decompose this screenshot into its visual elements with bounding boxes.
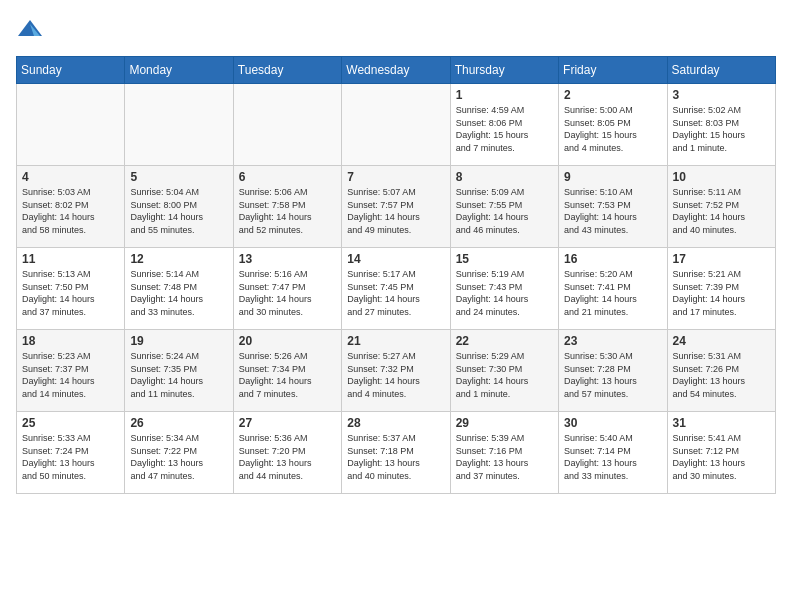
day-number: 7 bbox=[347, 170, 444, 184]
day-number: 30 bbox=[564, 416, 661, 430]
day-info: Sunrise: 5:31 AM Sunset: 7:26 PM Dayligh… bbox=[673, 350, 770, 400]
calendar-cell: 29Sunrise: 5:39 AM Sunset: 7:16 PM Dayli… bbox=[450, 412, 558, 494]
day-number: 11 bbox=[22, 252, 119, 266]
day-number: 24 bbox=[673, 334, 770, 348]
weekday-header-saturday: Saturday bbox=[667, 57, 775, 84]
day-number: 29 bbox=[456, 416, 553, 430]
day-info: Sunrise: 5:21 AM Sunset: 7:39 PM Dayligh… bbox=[673, 268, 770, 318]
calendar-cell: 14Sunrise: 5:17 AM Sunset: 7:45 PM Dayli… bbox=[342, 248, 450, 330]
weekday-header-friday: Friday bbox=[559, 57, 667, 84]
day-number: 1 bbox=[456, 88, 553, 102]
calendar-cell: 21Sunrise: 5:27 AM Sunset: 7:32 PM Dayli… bbox=[342, 330, 450, 412]
weekday-header-monday: Monday bbox=[125, 57, 233, 84]
day-number: 16 bbox=[564, 252, 661, 266]
calendar-cell: 19Sunrise: 5:24 AM Sunset: 7:35 PM Dayli… bbox=[125, 330, 233, 412]
weekday-header-thursday: Thursday bbox=[450, 57, 558, 84]
day-info: Sunrise: 5:11 AM Sunset: 7:52 PM Dayligh… bbox=[673, 186, 770, 236]
day-info: Sunrise: 5:23 AM Sunset: 7:37 PM Dayligh… bbox=[22, 350, 119, 400]
calendar-cell: 5Sunrise: 5:04 AM Sunset: 8:00 PM Daylig… bbox=[125, 166, 233, 248]
day-number: 22 bbox=[456, 334, 553, 348]
day-info: Sunrise: 5:29 AM Sunset: 7:30 PM Dayligh… bbox=[456, 350, 553, 400]
calendar-cell: 7Sunrise: 5:07 AM Sunset: 7:57 PM Daylig… bbox=[342, 166, 450, 248]
day-number: 27 bbox=[239, 416, 336, 430]
day-info: Sunrise: 5:41 AM Sunset: 7:12 PM Dayligh… bbox=[673, 432, 770, 482]
day-info: Sunrise: 5:10 AM Sunset: 7:53 PM Dayligh… bbox=[564, 186, 661, 236]
calendar-cell: 13Sunrise: 5:16 AM Sunset: 7:47 PM Dayli… bbox=[233, 248, 341, 330]
day-number: 25 bbox=[22, 416, 119, 430]
day-number: 10 bbox=[673, 170, 770, 184]
day-number: 3 bbox=[673, 88, 770, 102]
calendar-cell: 18Sunrise: 5:23 AM Sunset: 7:37 PM Dayli… bbox=[17, 330, 125, 412]
day-number: 23 bbox=[564, 334, 661, 348]
day-info: Sunrise: 5:20 AM Sunset: 7:41 PM Dayligh… bbox=[564, 268, 661, 318]
day-info: Sunrise: 5:27 AM Sunset: 7:32 PM Dayligh… bbox=[347, 350, 444, 400]
calendar-cell: 4Sunrise: 5:03 AM Sunset: 8:02 PM Daylig… bbox=[17, 166, 125, 248]
day-info: Sunrise: 5:07 AM Sunset: 7:57 PM Dayligh… bbox=[347, 186, 444, 236]
day-info: Sunrise: 5:36 AM Sunset: 7:20 PM Dayligh… bbox=[239, 432, 336, 482]
day-info: Sunrise: 5:39 AM Sunset: 7:16 PM Dayligh… bbox=[456, 432, 553, 482]
day-info: Sunrise: 5:13 AM Sunset: 7:50 PM Dayligh… bbox=[22, 268, 119, 318]
day-number: 6 bbox=[239, 170, 336, 184]
day-info: Sunrise: 5:06 AM Sunset: 7:58 PM Dayligh… bbox=[239, 186, 336, 236]
calendar-week-row: 11Sunrise: 5:13 AM Sunset: 7:50 PM Dayli… bbox=[17, 248, 776, 330]
day-number: 19 bbox=[130, 334, 227, 348]
logo-icon bbox=[16, 16, 44, 44]
day-number: 26 bbox=[130, 416, 227, 430]
day-info: Sunrise: 4:59 AM Sunset: 8:06 PM Dayligh… bbox=[456, 104, 553, 154]
calendar-cell: 30Sunrise: 5:40 AM Sunset: 7:14 PM Dayli… bbox=[559, 412, 667, 494]
day-number: 14 bbox=[347, 252, 444, 266]
calendar-cell bbox=[125, 84, 233, 166]
calendar-cell: 12Sunrise: 5:14 AM Sunset: 7:48 PM Dayli… bbox=[125, 248, 233, 330]
calendar-header-row: SundayMondayTuesdayWednesdayThursdayFrid… bbox=[17, 57, 776, 84]
day-number: 5 bbox=[130, 170, 227, 184]
calendar-cell: 28Sunrise: 5:37 AM Sunset: 7:18 PM Dayli… bbox=[342, 412, 450, 494]
calendar-cell: 24Sunrise: 5:31 AM Sunset: 7:26 PM Dayli… bbox=[667, 330, 775, 412]
calendar-cell: 3Sunrise: 5:02 AM Sunset: 8:03 PM Daylig… bbox=[667, 84, 775, 166]
day-info: Sunrise: 5:40 AM Sunset: 7:14 PM Dayligh… bbox=[564, 432, 661, 482]
day-info: Sunrise: 5:37 AM Sunset: 7:18 PM Dayligh… bbox=[347, 432, 444, 482]
calendar-cell: 1Sunrise: 4:59 AM Sunset: 8:06 PM Daylig… bbox=[450, 84, 558, 166]
day-info: Sunrise: 5:30 AM Sunset: 7:28 PM Dayligh… bbox=[564, 350, 661, 400]
calendar-cell: 8Sunrise: 5:09 AM Sunset: 7:55 PM Daylig… bbox=[450, 166, 558, 248]
calendar-body: 1Sunrise: 4:59 AM Sunset: 8:06 PM Daylig… bbox=[17, 84, 776, 494]
day-info: Sunrise: 5:09 AM Sunset: 7:55 PM Dayligh… bbox=[456, 186, 553, 236]
calendar-cell: 25Sunrise: 5:33 AM Sunset: 7:24 PM Dayli… bbox=[17, 412, 125, 494]
day-info: Sunrise: 5:24 AM Sunset: 7:35 PM Dayligh… bbox=[130, 350, 227, 400]
calendar-week-row: 25Sunrise: 5:33 AM Sunset: 7:24 PM Dayli… bbox=[17, 412, 776, 494]
calendar-cell: 10Sunrise: 5:11 AM Sunset: 7:52 PM Dayli… bbox=[667, 166, 775, 248]
calendar-cell: 9Sunrise: 5:10 AM Sunset: 7:53 PM Daylig… bbox=[559, 166, 667, 248]
day-info: Sunrise: 5:02 AM Sunset: 8:03 PM Dayligh… bbox=[673, 104, 770, 154]
calendar-cell: 20Sunrise: 5:26 AM Sunset: 7:34 PM Dayli… bbox=[233, 330, 341, 412]
weekday-header-sunday: Sunday bbox=[17, 57, 125, 84]
calendar-cell: 26Sunrise: 5:34 AM Sunset: 7:22 PM Dayli… bbox=[125, 412, 233, 494]
calendar-cell bbox=[342, 84, 450, 166]
logo bbox=[16, 16, 48, 44]
day-number: 31 bbox=[673, 416, 770, 430]
calendar-cell: 27Sunrise: 5:36 AM Sunset: 7:20 PM Dayli… bbox=[233, 412, 341, 494]
weekday-header-wednesday: Wednesday bbox=[342, 57, 450, 84]
day-number: 15 bbox=[456, 252, 553, 266]
calendar-cell: 2Sunrise: 5:00 AM Sunset: 8:05 PM Daylig… bbox=[559, 84, 667, 166]
day-number: 8 bbox=[456, 170, 553, 184]
day-number: 18 bbox=[22, 334, 119, 348]
calendar-cell bbox=[233, 84, 341, 166]
day-info: Sunrise: 5:04 AM Sunset: 8:00 PM Dayligh… bbox=[130, 186, 227, 236]
calendar-cell: 23Sunrise: 5:30 AM Sunset: 7:28 PM Dayli… bbox=[559, 330, 667, 412]
calendar-cell: 22Sunrise: 5:29 AM Sunset: 7:30 PM Dayli… bbox=[450, 330, 558, 412]
day-info: Sunrise: 5:34 AM Sunset: 7:22 PM Dayligh… bbox=[130, 432, 227, 482]
day-number: 12 bbox=[130, 252, 227, 266]
day-info: Sunrise: 5:26 AM Sunset: 7:34 PM Dayligh… bbox=[239, 350, 336, 400]
calendar-cell: 15Sunrise: 5:19 AM Sunset: 7:43 PM Dayli… bbox=[450, 248, 558, 330]
day-info: Sunrise: 5:17 AM Sunset: 7:45 PM Dayligh… bbox=[347, 268, 444, 318]
calendar-cell: 16Sunrise: 5:20 AM Sunset: 7:41 PM Dayli… bbox=[559, 248, 667, 330]
day-info: Sunrise: 5:33 AM Sunset: 7:24 PM Dayligh… bbox=[22, 432, 119, 482]
day-info: Sunrise: 5:03 AM Sunset: 8:02 PM Dayligh… bbox=[22, 186, 119, 236]
day-number: 9 bbox=[564, 170, 661, 184]
day-info: Sunrise: 5:16 AM Sunset: 7:47 PM Dayligh… bbox=[239, 268, 336, 318]
svg-marker-0 bbox=[18, 20, 42, 36]
calendar-week-row: 1Sunrise: 4:59 AM Sunset: 8:06 PM Daylig… bbox=[17, 84, 776, 166]
day-info: Sunrise: 5:19 AM Sunset: 7:43 PM Dayligh… bbox=[456, 268, 553, 318]
day-info: Sunrise: 5:00 AM Sunset: 8:05 PM Dayligh… bbox=[564, 104, 661, 154]
day-number: 2 bbox=[564, 88, 661, 102]
calendar-cell: 17Sunrise: 5:21 AM Sunset: 7:39 PM Dayli… bbox=[667, 248, 775, 330]
